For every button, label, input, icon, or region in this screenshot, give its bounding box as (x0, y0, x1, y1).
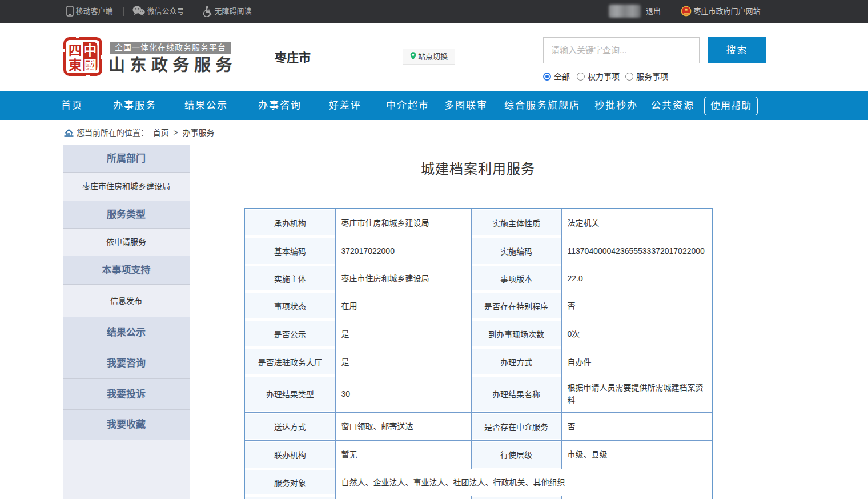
svg-text:國: 國 (83, 58, 97, 73)
svg-text:中: 中 (83, 43, 97, 58)
svg-text:東: 東 (69, 58, 82, 73)
svg-text:四: 四 (69, 43, 82, 58)
